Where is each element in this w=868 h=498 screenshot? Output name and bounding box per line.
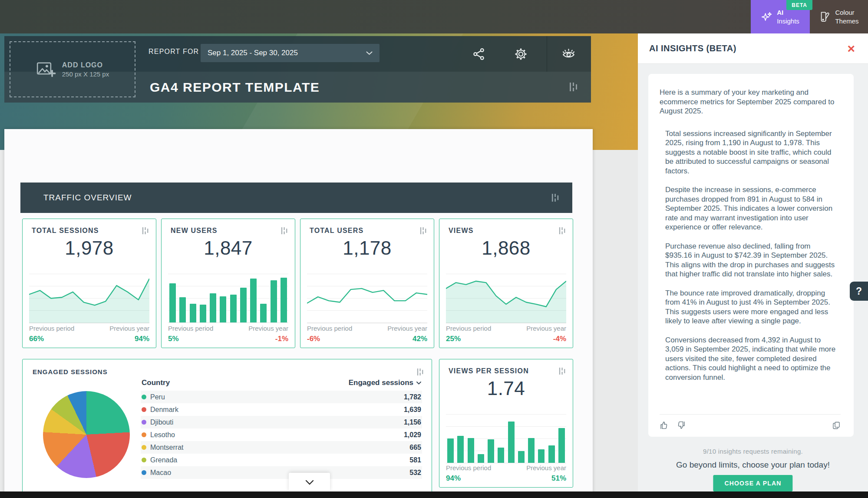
legend-dot — [142, 407, 146, 412]
card-title: ENGAGED SESSIONS — [33, 368, 108, 375]
drag-handle-icon[interactable] — [281, 227, 288, 235]
table-row: Denmark 1,639 — [141, 403, 422, 416]
copy-icon[interactable] — [832, 421, 841, 430]
traffic-overview-header: TRAFFIC OVERVIEW — [20, 183, 572, 213]
header-actions — [472, 36, 591, 72]
metric-cards-row: TOTAL SESSIONS 1,978 Previous period Pre… — [22, 219, 573, 348]
line-chart — [307, 274, 427, 323]
prev-period-pct: 25% — [446, 335, 461, 343]
card-title: NEW USERS — [171, 227, 218, 235]
help-button[interactable]: ? — [850, 282, 868, 301]
legend-dot — [142, 445, 146, 450]
metric-value: 1,178 — [300, 237, 434, 259]
viewport-bottom-bar — [0, 491, 868, 498]
expand-section-button[interactable] — [289, 473, 330, 491]
legend-dot — [142, 470, 146, 475]
ai-panel-title: AI INSIGHTS (BETA) — [649, 43, 736, 53]
column-metric-sort[interactable]: Engaged sessions — [349, 378, 421, 387]
metric-value: 1.74 — [439, 378, 573, 399]
beta-badge: BETA — [786, 0, 812, 10]
upgrade-message: Go beyond limits, choose your plan today… — [638, 460, 868, 470]
add-logo-label: ADD LOGO — [62, 61, 109, 69]
thumbs-down-icon[interactable] — [677, 421, 686, 430]
ai-insights-panel: AI INSIGHTS (BETA) × Here is a summary o… — [638, 33, 868, 498]
prev-period-label: Previous period — [307, 325, 352, 332]
metric-value: 1,978 — [23, 237, 156, 259]
card-title: TOTAL SESSIONS — [32, 227, 99, 235]
choose-plan-button[interactable]: CHOOSE A PLAN — [713, 475, 792, 491]
engaged-sessions-table: Country Engaged sessions Peru 1,782 Denm… — [141, 378, 422, 479]
drag-handle-icon[interactable] — [420, 227, 427, 235]
prev-year-pct: 51% — [551, 474, 566, 483]
report-area: GA4 REPORT TEMPLATE — [0, 33, 638, 498]
table-row: Macao 532 — [141, 466, 422, 479]
table-row: Peru 1,782 — [141, 391, 422, 403]
engaged-sessions-card: ENGAGED SESSIONS Country Engaged session… — [22, 359, 432, 496]
insight-paragraph: The bounce rate improved dramatically, d… — [665, 289, 836, 326]
insight-paragraph: Conversions decreased from 4,392 in Augu… — [665, 335, 836, 382]
table-row: Grenada 581 — [141, 454, 422, 466]
add-logo-dropzone[interactable]: ADD LOGO 250 px X 125 px — [10, 41, 135, 97]
prev-year-label: Previous year — [109, 325, 149, 332]
close-icon[interactable]: × — [847, 42, 855, 55]
preview-eye-icon[interactable] — [562, 47, 575, 61]
metric-card-views: VIEWS 1,868 Previous period Previous yea… — [439, 219, 573, 348]
gear-icon[interactable] — [514, 47, 528, 61]
requests-remaining: 9/10 insights requests remaining. — [638, 448, 868, 455]
insight-paragraph: Here is a summary of your key marketing … — [660, 88, 836, 116]
bar-chart — [168, 274, 288, 323]
card-title: TOTAL USERS — [310, 227, 363, 235]
prev-period-pct: 66% — [29, 335, 44, 343]
bar-chart — [446, 414, 566, 463]
prev-year-pct: -4% — [553, 335, 566, 343]
prev-year-label: Previous year — [526, 325, 566, 332]
drag-handle-icon[interactable] — [142, 227, 149, 235]
drag-handle-icon[interactable] — [559, 227, 566, 235]
colour-themes-button[interactable]: Colour Themes — [810, 0, 868, 33]
report-for-label: REPORT FOR — [149, 48, 199, 56]
themes-button-label-1: Colour — [835, 8, 858, 17]
prev-period-label: Previous period — [29, 325, 74, 332]
feedback-row — [660, 414, 841, 430]
date-range-dropdown[interactable]: Sep 1, 2025 - Sep 30, 2025 — [201, 44, 380, 62]
table-row: Lesotho 1,029 — [141, 428, 422, 441]
insight-paragraph: Total sessions increased significantly i… — [665, 129, 836, 176]
drag-handle-icon[interactable] — [569, 82, 578, 92]
legend-dot — [142, 432, 146, 437]
table-row: Djibouti 1,156 — [141, 416, 422, 428]
column-country: Country — [142, 378, 170, 387]
metric-value: 1,868 — [439, 237, 573, 259]
legend-dot — [142, 458, 146, 462]
ai-insight-card: Here is a summary of your key marketing … — [648, 74, 854, 437]
metric-card-total-users: TOTAL USERS 1,178 Previous period Previo… — [300, 219, 434, 348]
chevron-down-icon — [366, 51, 373, 55]
sparkline-chart — [29, 274, 149, 323]
table-row: Montserrat 665 — [141, 441, 422, 454]
report-page: TRAFFIC OVERVIEW TOTAL SESSIONS 1,978 — [4, 129, 593, 498]
prev-year-label: Previous year — [387, 325, 427, 332]
sparkles-icon — [761, 11, 772, 23]
card-title: VIEWS PER SESSION — [449, 367, 529, 375]
thumbs-up-icon[interactable] — [660, 421, 669, 430]
image-plus-icon — [36, 61, 56, 78]
share-icon[interactable] — [472, 47, 485, 61]
metric-card-new-users: NEW USERS 1,847 Previous period Previous… — [161, 219, 295, 348]
prev-period-pct: -6% — [307, 335, 320, 343]
prev-period-label: Previous period — [446, 325, 491, 332]
drag-handle-icon[interactable] — [559, 367, 566, 375]
ai-button-label-2: Insights — [777, 17, 799, 26]
section-title: TRAFFIC OVERVIEW — [43, 193, 132, 203]
prev-year-label: Previous year — [526, 464, 566, 471]
engaged-sessions-pie — [43, 391, 130, 478]
header-divider — [547, 36, 547, 72]
prev-year-pct: 42% — [413, 335, 427, 343]
chevron-down-icon — [305, 480, 314, 485]
insight-paragraph: Despite the increase in sessions, e-comm… — [665, 185, 836, 232]
views-per-session-card: VIEWS PER SESSION 1.74 Previous period P… — [439, 359, 573, 488]
drag-handle-icon[interactable] — [417, 368, 424, 376]
legend-dot — [142, 395, 146, 399]
drag-handle-icon[interactable] — [551, 193, 559, 202]
themes-button-label-2: Themes — [835, 17, 858, 26]
sparkline-chart — [446, 274, 566, 323]
prev-year-label: Previous year — [248, 325, 288, 332]
